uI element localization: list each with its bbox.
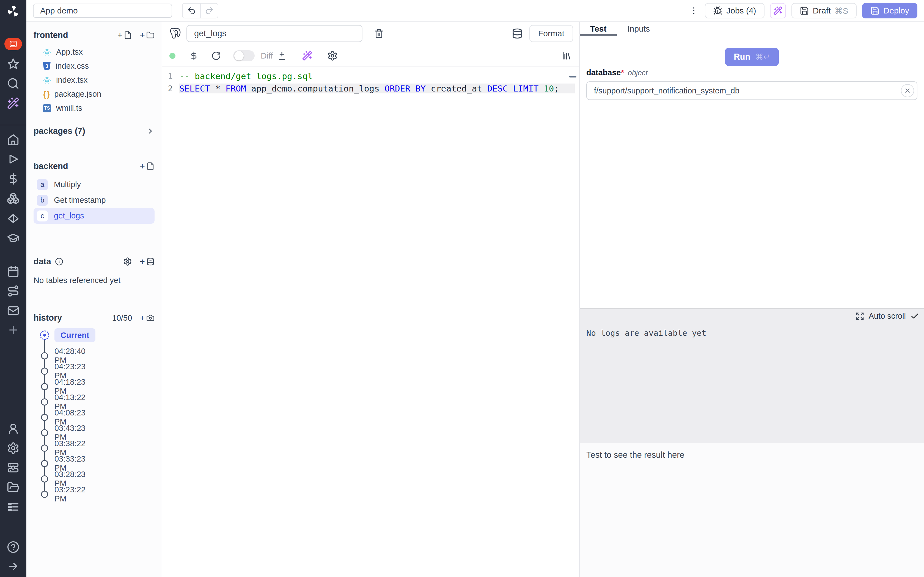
delete-script-button[interactable] — [374, 29, 384, 39]
backend-section-title: backend — [34, 161, 68, 171]
script-label: get_logs — [54, 211, 84, 220]
camera-icon — [146, 314, 155, 322]
result-panel: Test to see the result here — [580, 443, 924, 577]
packages-section-header[interactable]: packages (7) — [34, 124, 155, 138]
code-text: SELECT * FROM app_demo.computation_logs … — [179, 84, 575, 93]
schedules-calendar-icon[interactable] — [7, 265, 19, 278]
script-badge: c — [37, 211, 48, 221]
draft-button[interactable]: Draft ⌘S — [792, 3, 857, 18]
line-number: 2 — [162, 84, 179, 93]
schema-explorer-button[interactable] — [512, 28, 523, 39]
app-title-input[interactable] — [33, 3, 172, 18]
dollar-icon — [189, 51, 199, 60]
workers-icon[interactable] — [7, 461, 19, 474]
windmill-logo[interactable] — [7, 5, 19, 18]
file-item[interactable]: 3index.css — [34, 59, 155, 73]
file-label: package.json — [54, 90, 101, 98]
library-icon[interactable] — [562, 51, 572, 61]
timeline-dot-icon — [41, 414, 48, 421]
run-button[interactable]: Run ⌘↵ — [725, 48, 779, 66]
close-icon — [904, 87, 911, 94]
ai-edit-button[interactable] — [302, 50, 312, 61]
run-label: Run — [734, 52, 750, 62]
settings-gear-icon[interactable] — [7, 442, 19, 455]
refresh-button[interactable] — [211, 51, 221, 61]
format-button[interactable]: Format — [529, 25, 573, 42]
script-badge: a — [37, 179, 48, 190]
deploy-button[interactable]: Deploy — [862, 3, 918, 18]
rail-divider — [0, 125, 26, 125]
gear-icon — [327, 50, 338, 61]
favorites-star-icon[interactable] — [7, 58, 19, 70]
add-script-button[interactable]: + — [140, 162, 155, 171]
info-icon[interactable] — [55, 258, 63, 266]
bug-icon — [713, 6, 722, 15]
flows-route-icon[interactable] — [7, 285, 19, 297]
packages-title: packages (7) — [34, 126, 85, 136]
redo-button[interactable] — [200, 3, 218, 18]
add-folder-button[interactable]: + — [140, 31, 155, 40]
jobs-button[interactable]: Jobs (4) — [705, 3, 764, 18]
app-switcher-icon[interactable] — [5, 38, 22, 50]
code-area[interactable]: 1-- backend/get_logs.pg.sql2SELECT * FRO… — [162, 67, 579, 95]
triggers-diamond-icon[interactable] — [7, 212, 19, 225]
ai-assistant-button[interactable] — [770, 3, 786, 18]
code-line[interactable]: 1-- backend/get_logs.pg.sql — [162, 70, 579, 82]
diff-plus-minus-button[interactable] — [277, 51, 286, 60]
auto-scroll-label[interactable]: Auto scroll — [869, 311, 906, 321]
tab-inputs[interactable]: Inputs — [617, 22, 660, 36]
tab-test[interactable]: Test — [580, 22, 617, 36]
editor-settings-button[interactable] — [327, 50, 338, 61]
more-options-kebab-icon[interactable] — [688, 3, 699, 18]
file-item[interactable]: index.tsx — [34, 73, 155, 87]
backend-section: backend + aMultiplybGet timestampcget_lo… — [34, 160, 155, 224]
variables-dollar-button[interactable] — [189, 51, 199, 60]
frontend-file-list: App.tsx3index.cssindex.tsx{ }package.jso… — [34, 45, 155, 115]
add-table-button[interactable]: + — [140, 257, 155, 266]
file-icon — [146, 162, 155, 170]
check-icon[interactable] — [910, 312, 919, 321]
file-item[interactable]: App.tsx — [34, 45, 155, 59]
folders-icon[interactable] — [7, 481, 19, 494]
runs-play-icon[interactable] — [7, 153, 19, 165]
add-file-button[interactable]: + — [118, 31, 132, 40]
data-settings-gear-icon[interactable] — [123, 257, 132, 266]
run-shortcut: ⌘↵ — [755, 52, 770, 61]
help-icon[interactable] — [7, 541, 19, 553]
backend-script-item[interactable]: cget_logs — [34, 208, 155, 224]
script-name-input[interactable] — [186, 25, 362, 42]
search-icon[interactable] — [7, 77, 19, 90]
history-timestamp: 03:23:22 PM — [55, 485, 86, 503]
logs-header: Auto scroll — [580, 309, 924, 321]
file-label: index.css — [55, 61, 89, 71]
database-field — [586, 81, 918, 100]
expand-icon[interactable] — [856, 312, 864, 321]
home-icon[interactable] — [7, 133, 19, 146]
audit-logs-list-icon[interactable] — [7, 501, 19, 513]
diff-toggle[interactable] — [233, 50, 255, 61]
add-plus-icon[interactable] — [7, 324, 19, 336]
variables-dollar-icon[interactable] — [7, 172, 19, 185]
timeline-dot-icon — [41, 475, 48, 482]
academy-cap-icon[interactable] — [7, 232, 19, 244]
expand-rail-arrow-icon[interactable] — [7, 560, 19, 572]
resources-boxes-icon[interactable] — [7, 192, 19, 205]
database-resource-input[interactable] — [586, 81, 918, 100]
file-item[interactable]: { }package.json — [34, 87, 155, 101]
left-rail — [0, 0, 26, 577]
backend-script-item[interactable]: bGet timestamp — [34, 192, 155, 208]
code-line[interactable]: 2SELECT * FROM app_demo.computation_logs… — [162, 82, 579, 95]
clear-resource-button[interactable] — [901, 84, 914, 97]
add-snapshot-button[interactable]: + — [140, 314, 155, 322]
panel-resize-handle[interactable] — [569, 76, 577, 77]
file-item[interactable]: TSwmill.ts — [34, 101, 155, 115]
library-icon — [562, 51, 572, 61]
history-section: history 10/50 + Current 04:28:40 PM04:23… — [34, 311, 155, 510]
account-user-icon[interactable] — [7, 422, 19, 435]
current-badge[interactable]: Current — [55, 328, 95, 342]
ai-wand-icon[interactable] — [7, 97, 19, 110]
backend-script-item[interactable]: aMultiply — [34, 177, 155, 192]
timeline-dot-icon — [41, 429, 48, 436]
mail-icon[interactable] — [7, 305, 19, 317]
undo-button[interactable] — [183, 3, 200, 18]
